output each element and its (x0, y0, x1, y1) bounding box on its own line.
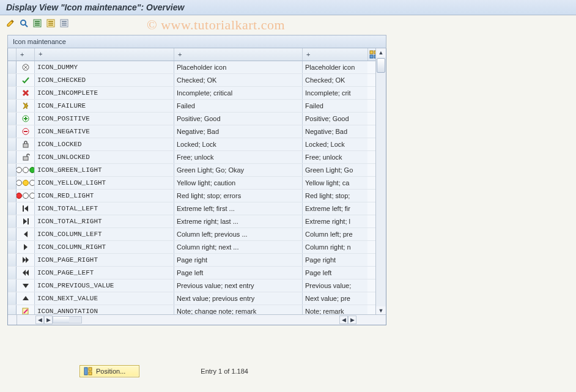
cell-shorttext: Red light; stop; (303, 190, 367, 202)
cell-quickinfo: Failed (174, 100, 303, 112)
row-selector[interactable] (8, 241, 17, 253)
hscroll-desc[interactable]: ◀ ▶ (339, 316, 375, 324)
row-selector[interactable] (8, 228, 17, 240)
row-selector[interactable] (8, 100, 17, 112)
svg-rect-9 (48, 24, 53, 26)
total-right-icon (17, 215, 35, 227)
scroll-right-icon[interactable]: ▶ (44, 316, 53, 324)
row-selector[interactable] (8, 61, 17, 73)
row-selector[interactable] (8, 164, 17, 176)
panel-title: Icon maintenance (7, 35, 386, 48)
header-row-selector[interactable] (8, 48, 17, 61)
table-row[interactable]: ICON_PAGE_LEFTPage leftPage left (8, 267, 386, 279)
table-row[interactable]: ICON_UNLOCKEDFree; unlockFree; unlock (8, 151, 386, 164)
row-selector[interactable] (8, 74, 17, 86)
deselect-all-icon[interactable] (59, 18, 70, 29)
hscroll-name[interactable]: ◀ ▶ (35, 316, 86, 324)
row-selector[interactable] (8, 254, 17, 266)
cell-icon-name: ICON_LOCKED (35, 138, 174, 150)
cell-shorttext: Page right (303, 254, 367, 266)
scrollbar-thumb[interactable] (377, 58, 385, 73)
row-selector[interactable] (8, 215, 17, 227)
cell-quickinfo: Red light; stop; errors (174, 190, 303, 202)
cell-quickinfo: Previous value; next entry (174, 279, 303, 292)
row-selector[interactable] (8, 125, 17, 138)
checked-icon (17, 74, 35, 86)
scroll-up-icon[interactable]: ▲ (376, 48, 386, 57)
svg-rect-34 (89, 368, 92, 371)
cell-shorttext: Yellow light; ca (303, 177, 367, 189)
table-row[interactable]: ICON_COLUMN_RIGHTColumn right; next ...C… (8, 241, 386, 254)
table-row[interactable]: ICON_TOTAL_LEFTExtreme left; first ...Ex… (8, 202, 386, 215)
cell-quickinfo: Page left (174, 267, 303, 279)
row-selector[interactable] (8, 279, 17, 292)
incomplete-icon (17, 87, 35, 99)
svg-rect-16 (370, 55, 373, 58)
row-selector[interactable] (8, 190, 17, 202)
details-icon[interactable] (18, 18, 29, 29)
cell-shorttext: Next value; pre (303, 292, 367, 305)
table-row[interactable]: ICON_LOCKEDLocked; LockLocked; Lock (8, 138, 386, 151)
column-header-name[interactable]: + (35, 48, 174, 61)
table-row[interactable]: ICON_DUMMYPlaceholder iconPlaceholder ic… (8, 61, 386, 74)
row-selector[interactable] (8, 267, 17, 279)
svg-rect-30 (23, 205, 24, 212)
row-selector[interactable] (8, 138, 17, 150)
row-selector[interactable] (8, 177, 17, 189)
cell-icon-name: ICON_NEXT_VALUE (35, 292, 174, 305)
cell-icon-name: ICON_UNLOCKED (35, 151, 174, 163)
select-block-icon[interactable] (45, 18, 56, 29)
row-selector[interactable] (8, 87, 17, 99)
table-row[interactable]: ICON_TOTAL_RIGHTExtreme right; last ...E… (8, 215, 386, 228)
row-selector[interactable] (8, 292, 17, 305)
cell-quickinfo: Free; unlock (174, 151, 303, 163)
table-row[interactable]: ICON_COLUMN_LEFTColumn left; previous ..… (8, 228, 386, 241)
row-selector[interactable] (8, 113, 17, 125)
cell-icon-name: ICON_GREEN_LIGHT (35, 164, 174, 176)
cell-shorttext: Incomplete; crit (303, 87, 367, 99)
cell-quickinfo: Yellow light; caution (174, 177, 303, 189)
table-row[interactable]: ICON_CHECKEDChecked; OKChecked; OK (8, 74, 386, 87)
panel: Icon maintenance + + + + ICON_DUMMYPlace… (7, 35, 386, 325)
table-row[interactable]: ICON_NEGATIVENegative; BadNegative; Bad (8, 125, 386, 138)
scroll-left-icon[interactable]: ◀ (339, 316, 348, 324)
cell-shorttext: Checked; OK (303, 74, 367, 86)
select-all-icon[interactable] (32, 18, 43, 29)
table-row[interactable]: ICON_INCOMPLETEIncomplete; criticalIncom… (8, 87, 386, 100)
col-left-icon (17, 228, 35, 240)
table-row[interactable]: ICON_POSITIVEPositive; GoodPositive; Goo… (8, 113, 386, 125)
svg-rect-33 (84, 368, 87, 375)
cell-icon-name: ICON_CHECKED (35, 74, 174, 86)
table-row[interactable]: ICON_PREVIOUS_VALUEPrevious value; next … (8, 279, 386, 292)
table-row[interactable]: ICON_NEXT_VALUENext value; previous entr… (8, 292, 386, 305)
cell-quickinfo: Extreme right; last ... (174, 215, 303, 227)
table-row[interactable]: ICON_GREEN_LIGHTGreen Light; Go; OkayGre… (8, 164, 386, 177)
row-selector[interactable] (8, 202, 17, 215)
scroll-down-icon[interactable]: ▼ (376, 306, 386, 315)
table-row[interactable]: ICON_YELLOW_LIGHTYellow light; cautionYe… (8, 177, 386, 190)
column-header-desc2[interactable]: + (303, 48, 367, 61)
table-row[interactable]: ICON_RED_LIGHTRed light; stop; errorsRed… (8, 190, 386, 202)
table-row[interactable]: ICON_FAILUREFailedFailed (8, 100, 386, 113)
failure-icon (17, 100, 35, 112)
row-selector[interactable] (8, 151, 17, 163)
toggle-display-change-icon[interactable] (5, 18, 16, 29)
cell-icon-name: ICON_PAGE_RIGHT (35, 254, 174, 266)
locked-icon (17, 138, 35, 150)
cell-quickinfo: Page right (174, 254, 303, 266)
cell-icon-name: ICON_INCOMPLETE (35, 87, 174, 99)
table: + + + + ICON_DUMMYPlaceholder iconPlaceh… (7, 48, 386, 325)
cell-icon-name: ICON_DUMMY (35, 61, 174, 73)
green-light-icon (17, 164, 35, 176)
app-toolbar (0, 15, 576, 31)
table-row[interactable]: ICON_PAGE_RIGHTPage rightPage right (8, 254, 386, 267)
cell-quickinfo: Column left; previous ... (174, 228, 303, 240)
column-header-desc1[interactable]: + (174, 48, 303, 61)
scroll-right-icon[interactable]: ▶ (348, 316, 356, 324)
vertical-scrollbar[interactable]: ▲ ▼ (375, 48, 386, 315)
position-button[interactable]: Position... (79, 365, 139, 377)
dummy-icon (17, 61, 35, 73)
scroll-left-icon[interactable]: ◀ (35, 316, 44, 324)
footer: Position... Entry 1 of 1.184 (0, 365, 576, 377)
column-header-icon[interactable]: + (17, 48, 35, 61)
